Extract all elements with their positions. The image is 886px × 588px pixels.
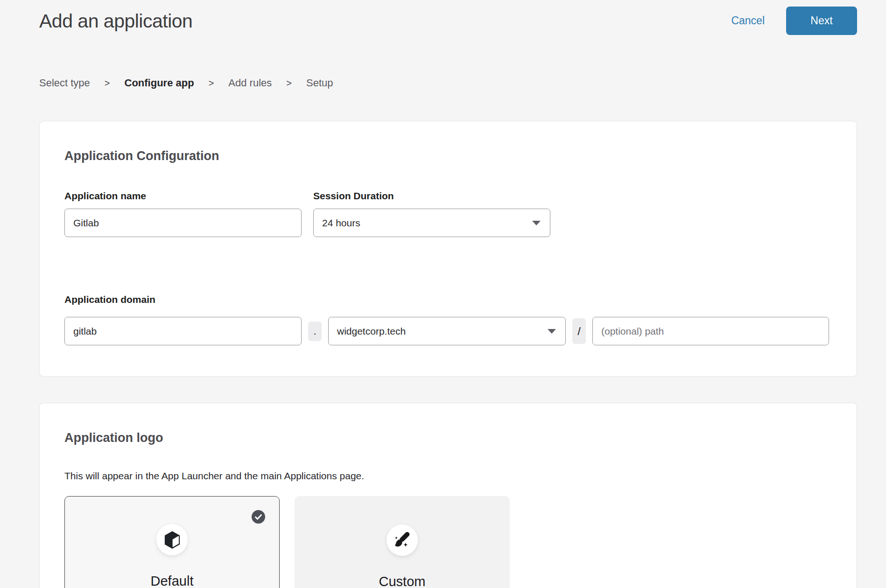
dot-separator: . <box>308 322 322 341</box>
domain-select-value: widgetcorp.tech <box>337 326 406 337</box>
breadcrumb-step-add-rules[interactable]: Add rules <box>228 77 272 89</box>
chevron-down-icon <box>548 329 556 334</box>
application-domain-label: Application domain <box>64 294 830 306</box>
session-duration-field-group: Session Duration 24 hours <box>313 190 550 237</box>
path-input[interactable] <box>592 317 829 345</box>
logo-options: Default Custom <box>64 496 830 588</box>
slash-separator: / <box>572 318 586 344</box>
custom-logo-circle <box>387 525 418 556</box>
add-application-page: Add an application Cancel Next Select ty… <box>0 0 886 588</box>
logo-option-default-label: Default <box>151 573 194 588</box>
session-duration-select[interactable]: 24 hours <box>313 209 550 237</box>
chevron-down-icon <box>532 221 541 225</box>
breadcrumb-step-select-type[interactable]: Select type <box>39 77 90 89</box>
next-button[interactable]: Next <box>786 7 857 35</box>
breadcrumb-step-setup[interactable]: Setup <box>306 77 333 89</box>
subdomain-input[interactable] <box>64 317 302 345</box>
application-domain-row: . widgetcorp.tech / <box>64 317 830 345</box>
check-circle-icon <box>252 510 265 524</box>
domain-select[interactable]: widgetcorp.tech <box>328 317 566 345</box>
paintbrush-icon <box>392 530 413 551</box>
cancel-button[interactable]: Cancel <box>731 14 765 27</box>
session-duration-label: Session Duration <box>313 190 550 202</box>
breadcrumb-separator: > <box>209 78 214 89</box>
breadcrumb-step-configure-app[interactable]: Configure app <box>125 77 194 89</box>
logo-option-default[interactable]: Default <box>64 496 280 588</box>
logo-option-custom-label: Custom <box>379 573 426 588</box>
session-duration-value: 24 hours <box>322 217 360 229</box>
breadcrumb-separator: > <box>286 78 292 89</box>
page-header: Add an application Cancel Next <box>39 7 857 35</box>
cube-icon <box>162 530 182 550</box>
name-duration-row: Application name Session Duration 24 hou… <box>64 190 830 237</box>
breadcrumb: Select type > Configure app > Add rules … <box>39 77 857 89</box>
application-configuration-card: Application Configuration Application na… <box>39 121 857 377</box>
application-configuration-heading: Application Configuration <box>64 148 830 164</box>
default-logo-circle <box>156 524 188 555</box>
application-name-label: Application name <box>64 190 302 202</box>
breadcrumb-separator: > <box>105 78 110 89</box>
header-actions: Cancel Next <box>731 7 857 35</box>
application-logo-description: This will appear in the App Launcher and… <box>64 470 830 482</box>
application-name-field-group: Application name <box>64 190 302 237</box>
application-name-input[interactable] <box>64 209 302 237</box>
page-title: Add an application <box>39 7 192 35</box>
application-logo-heading: Application logo <box>64 430 830 446</box>
logo-option-custom[interactable]: Custom <box>295 496 510 588</box>
application-logo-card: Application logo This will appear in the… <box>39 403 857 588</box>
